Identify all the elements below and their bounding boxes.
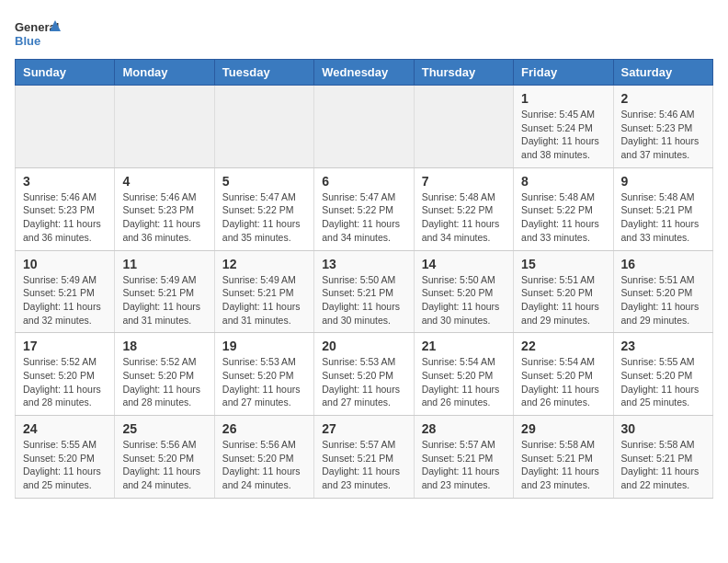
day-number: 1 <box>521 91 605 106</box>
calendar-cell: 16Sunrise: 5:51 AMSunset: 5:20 PMDayligh… <box>613 250 712 333</box>
day-number: 8 <box>521 174 605 189</box>
calendar-cell: 1Sunrise: 5:45 AMSunset: 5:24 PMDaylight… <box>514 86 613 168</box>
day-info: Sunrise: 5:54 AMSunset: 5:20 PMDaylight:… <box>521 355 605 409</box>
calendar-cell: 27Sunrise: 5:57 AMSunset: 5:21 PMDayligh… <box>314 416 414 499</box>
calendar-cell: 14Sunrise: 5:50 AMSunset: 5:20 PMDayligh… <box>414 250 513 333</box>
calendar-week-row: 17Sunrise: 5:52 AMSunset: 5:20 PMDayligh… <box>16 333 713 416</box>
day-info: Sunrise: 5:55 AMSunset: 5:20 PMDaylight:… <box>621 355 705 409</box>
day-number: 27 <box>322 421 405 436</box>
day-info: Sunrise: 5:51 AMSunset: 5:20 PMDaylight:… <box>621 273 705 327</box>
day-number: 20 <box>322 339 405 353</box>
day-info: Sunrise: 5:53 AMSunset: 5:20 PMDaylight:… <box>222 355 306 409</box>
day-info: Sunrise: 5:53 AMSunset: 5:20 PMDaylight:… <box>322 355 405 409</box>
day-number: 19 <box>222 339 306 353</box>
day-info: Sunrise: 5:48 AMSunset: 5:21 PMDaylight:… <box>621 190 705 245</box>
day-info: Sunrise: 5:52 AMSunset: 5:20 PMDaylight:… <box>122 355 206 409</box>
day-number: 12 <box>222 257 306 271</box>
day-info: Sunrise: 5:58 AMSunset: 5:21 PMDaylight:… <box>521 438 605 492</box>
day-info: Sunrise: 5:50 AMSunset: 5:21 PMDaylight:… <box>322 273 405 327</box>
day-number: 5 <box>222 174 306 189</box>
day-info: Sunrise: 5:49 AMSunset: 5:21 PMDaylight:… <box>23 273 107 327</box>
calendar-cell: 13Sunrise: 5:50 AMSunset: 5:21 PMDayligh… <box>314 250 414 333</box>
day-info: Sunrise: 5:46 AMSunset: 5:23 PMDaylight:… <box>23 190 107 245</box>
day-number: 26 <box>222 421 306 436</box>
day-number: 9 <box>621 174 705 189</box>
day-number: 22 <box>521 339 605 353</box>
calendar-cell <box>214 86 313 168</box>
day-info: Sunrise: 5:58 AMSunset: 5:21 PMDaylight:… <box>621 438 705 492</box>
day-number: 24 <box>23 421 107 436</box>
logo: General Blue <box>15 15 61 52</box>
logo-icon: General Blue <box>15 15 61 52</box>
day-info: Sunrise: 5:46 AMSunset: 5:23 PMDaylight:… <box>621 108 705 162</box>
day-info: Sunrise: 5:56 AMSunset: 5:20 PMDaylight:… <box>122 438 206 492</box>
calendar-cell <box>314 86 414 168</box>
day-info: Sunrise: 5:45 AMSunset: 5:24 PMDaylight:… <box>521 108 605 162</box>
weekday-header-friday: Friday <box>514 60 613 86</box>
day-info: Sunrise: 5:48 AMSunset: 5:22 PMDaylight:… <box>521 190 605 245</box>
weekday-header-tuesday: Tuesday <box>214 60 313 86</box>
day-number: 2 <box>621 91 705 106</box>
calendar-cell: 26Sunrise: 5:56 AMSunset: 5:20 PMDayligh… <box>214 416 313 499</box>
calendar-week-row: 24Sunrise: 5:55 AMSunset: 5:20 PMDayligh… <box>16 416 713 499</box>
day-number: 14 <box>422 257 506 271</box>
day-info: Sunrise: 5:46 AMSunset: 5:23 PMDaylight:… <box>122 190 206 245</box>
day-info: Sunrise: 5:55 AMSunset: 5:20 PMDaylight:… <box>23 438 107 492</box>
calendar-cell: 17Sunrise: 5:52 AMSunset: 5:20 PMDayligh… <box>16 333 115 416</box>
day-number: 13 <box>322 257 405 271</box>
calendar-cell <box>414 86 513 168</box>
weekday-header-wednesday: Wednesday <box>314 60 414 86</box>
day-info: Sunrise: 5:57 AMSunset: 5:21 PMDaylight:… <box>322 438 405 492</box>
weekday-header-saturday: Saturday <box>613 60 712 86</box>
day-info: Sunrise: 5:54 AMSunset: 5:20 PMDaylight:… <box>422 355 506 409</box>
day-info: Sunrise: 5:50 AMSunset: 5:20 PMDaylight:… <box>422 273 506 327</box>
day-number: 18 <box>122 339 206 353</box>
calendar-cell: 6Sunrise: 5:47 AMSunset: 5:22 PMDaylight… <box>314 167 414 250</box>
calendar-cell: 18Sunrise: 5:52 AMSunset: 5:20 PMDayligh… <box>115 333 214 416</box>
day-number: 3 <box>23 174 107 189</box>
calendar-week-row: 10Sunrise: 5:49 AMSunset: 5:21 PMDayligh… <box>16 250 713 333</box>
calendar-cell: 12Sunrise: 5:49 AMSunset: 5:21 PMDayligh… <box>214 250 313 333</box>
day-number: 23 <box>621 339 705 353</box>
day-info: Sunrise: 5:57 AMSunset: 5:21 PMDaylight:… <box>422 438 506 492</box>
calendar-cell <box>16 86 115 168</box>
day-number: 17 <box>23 339 107 353</box>
day-info: Sunrise: 5:52 AMSunset: 5:20 PMDaylight:… <box>23 355 107 409</box>
calendar-cell: 7Sunrise: 5:48 AMSunset: 5:22 PMDaylight… <box>414 167 513 250</box>
calendar-cell: 9Sunrise: 5:48 AMSunset: 5:21 PMDaylight… <box>613 167 712 250</box>
calendar-body: 1Sunrise: 5:45 AMSunset: 5:24 PMDaylight… <box>16 86 713 499</box>
calendar-cell: 2Sunrise: 5:46 AMSunset: 5:23 PMDaylight… <box>613 86 712 168</box>
day-info: Sunrise: 5:56 AMSunset: 5:20 PMDaylight:… <box>222 438 306 492</box>
calendar-cell: 29Sunrise: 5:58 AMSunset: 5:21 PMDayligh… <box>514 416 613 499</box>
day-number: 10 <box>23 257 107 271</box>
day-number: 11 <box>122 257 206 271</box>
day-number: 21 <box>422 339 506 353</box>
calendar-cell: 19Sunrise: 5:53 AMSunset: 5:20 PMDayligh… <box>214 333 313 416</box>
calendar-cell: 28Sunrise: 5:57 AMSunset: 5:21 PMDayligh… <box>414 416 513 499</box>
calendar-cell: 21Sunrise: 5:54 AMSunset: 5:20 PMDayligh… <box>414 333 513 416</box>
day-number: 4 <box>122 174 206 189</box>
day-info: Sunrise: 5:49 AMSunset: 5:21 PMDaylight:… <box>122 273 206 327</box>
weekday-header-sunday: Sunday <box>16 60 115 86</box>
calendar-cell: 5Sunrise: 5:47 AMSunset: 5:22 PMDaylight… <box>214 167 313 250</box>
calendar-cell: 10Sunrise: 5:49 AMSunset: 5:21 PMDayligh… <box>16 250 115 333</box>
svg-text:Blue: Blue <box>15 34 40 48</box>
day-info: Sunrise: 5:48 AMSunset: 5:22 PMDaylight:… <box>422 190 506 245</box>
calendar-cell: 20Sunrise: 5:53 AMSunset: 5:20 PMDayligh… <box>314 333 414 416</box>
calendar-cell: 30Sunrise: 5:58 AMSunset: 5:21 PMDayligh… <box>613 416 712 499</box>
calendar-cell: 23Sunrise: 5:55 AMSunset: 5:20 PMDayligh… <box>613 333 712 416</box>
weekday-header-thursday: Thursday <box>414 60 513 86</box>
day-info: Sunrise: 5:49 AMSunset: 5:21 PMDaylight:… <box>222 273 306 327</box>
day-number: 16 <box>621 257 705 271</box>
weekday-header-monday: Monday <box>115 60 214 86</box>
calendar-header: SundayMondayTuesdayWednesdayThursdayFrid… <box>16 60 713 86</box>
day-info: Sunrise: 5:51 AMSunset: 5:20 PMDaylight:… <box>521 273 605 327</box>
day-info: Sunrise: 5:47 AMSunset: 5:22 PMDaylight:… <box>322 190 405 245</box>
calendar-cell: 4Sunrise: 5:46 AMSunset: 5:23 PMDaylight… <box>115 167 214 250</box>
day-number: 25 <box>122 421 206 436</box>
day-number: 15 <box>521 257 605 271</box>
calendar-cell: 11Sunrise: 5:49 AMSunset: 5:21 PMDayligh… <box>115 250 214 333</box>
calendar-cell: 22Sunrise: 5:54 AMSunset: 5:20 PMDayligh… <box>514 333 613 416</box>
calendar-week-row: 3Sunrise: 5:46 AMSunset: 5:23 PMDaylight… <box>16 167 713 250</box>
page-header: General Blue <box>15 15 713 52</box>
